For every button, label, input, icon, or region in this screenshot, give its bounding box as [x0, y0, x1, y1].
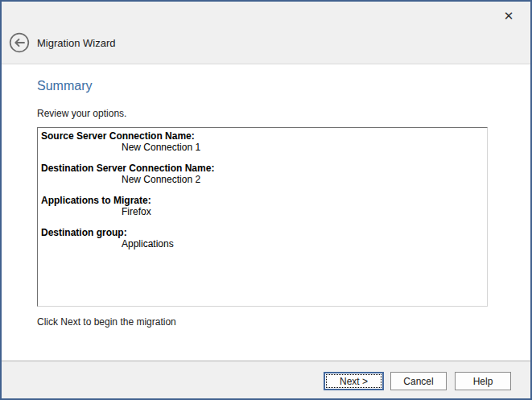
footer-button-band: [2, 361, 530, 398]
summary-value: New Connection 1: [122, 142, 484, 153]
back-arrow-icon[interactable]: [9, 32, 30, 53]
wizard-title: Migration Wizard: [37, 37, 116, 49]
summary-label: Source Server Connection Name:: [41, 131, 484, 142]
summary-value: New Connection 2: [122, 174, 484, 185]
next-button[interactable]: Next >: [324, 372, 384, 390]
help-button[interactable]: Help: [455, 372, 511, 390]
summary-label: Applications to Migrate:: [41, 196, 484, 206]
wizard-header: Migration Wizard: [9, 32, 116, 53]
summary-item-applications: Applications to Migrate: Firefox: [41, 196, 484, 217]
summary-label: Destination group:: [41, 228, 484, 238]
close-icon[interactable]: ✕: [498, 6, 519, 26]
summary-item-destination-group: Destination group: Applications: [41, 228, 484, 249]
summary-textbox[interactable]: Source Server Connection Name: New Conne…: [37, 127, 488, 307]
page-title: Summary: [37, 79, 92, 93]
cancel-button[interactable]: Cancel: [390, 372, 447, 390]
migration-wizard-window: ✕ Migration Wizard Summary Review your o…: [0, 0, 532, 400]
summary-value: Applications: [122, 238, 484, 249]
click-next-hint: Click Next to begin the migration: [37, 316, 176, 328]
title-bar: ✕ Migration Wizard: [2, 2, 530, 64]
summary-label: Destination Server Connection Name:: [41, 163, 484, 174]
summary-item-source-connection: Source Server Connection Name: New Conne…: [41, 131, 484, 153]
summary-item-destination-connection: Destination Server Connection Name: New …: [41, 163, 484, 185]
review-options-text: Review your options.: [37, 108, 126, 119]
summary-value: Firefox: [122, 206, 484, 217]
